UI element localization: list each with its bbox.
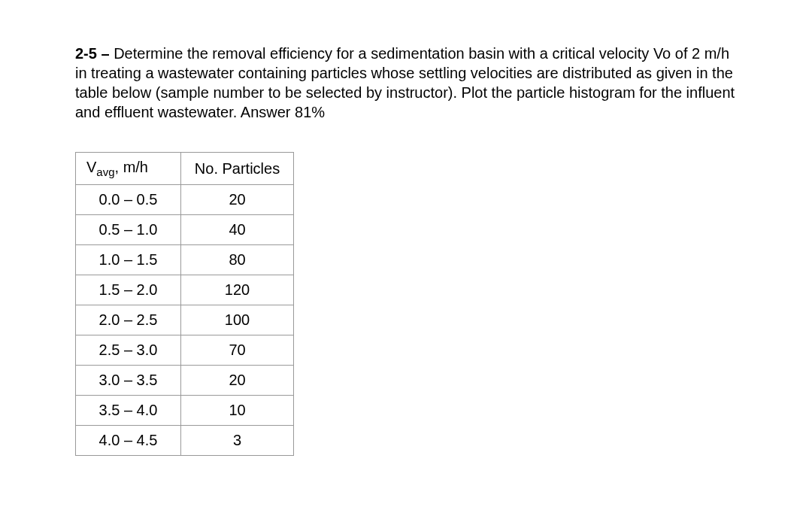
cell-range: 0.0 – 0.5 xyxy=(76,185,181,215)
cell-count: 100 xyxy=(181,305,294,335)
problem-number: 2-5 – xyxy=(75,45,110,62)
problem-body: Determine the removal efficiency for a s… xyxy=(75,45,735,120)
table-row: 1.5 – 2.0120 xyxy=(76,275,294,305)
cell-count: 20 xyxy=(181,366,294,396)
cell-count: 3 xyxy=(181,426,294,456)
cell-range: 1.0 – 1.5 xyxy=(76,245,181,275)
table-row: 2.5 – 3.070 xyxy=(76,335,294,366)
cell-range: 4.0 – 4.5 xyxy=(76,426,181,456)
cell-range: 3.5 – 4.0 xyxy=(76,396,181,426)
table-body: 0.0 – 0.5200.5 – 1.0401.0 – 1.5801.5 – 2… xyxy=(76,185,294,456)
cell-count: 20 xyxy=(181,185,294,215)
header-particles: No. Particles xyxy=(181,153,294,185)
cell-range: 2.5 – 3.0 xyxy=(76,335,181,366)
table-row: 0.0 – 0.520 xyxy=(76,185,294,215)
cell-range: 2.0 – 2.5 xyxy=(76,305,181,335)
data-table: Vavg, m/h No. Particles 0.0 – 0.5200.5 –… xyxy=(75,152,294,456)
table-row: 0.5 – 1.040 xyxy=(76,215,294,245)
table-row: 4.0 – 4.53 xyxy=(76,426,294,456)
cell-range: 3.0 – 3.5 xyxy=(76,366,181,396)
table-row: 1.0 – 1.580 xyxy=(76,245,294,275)
table-row: 3.0 – 3.520 xyxy=(76,366,294,396)
table-row: 3.5 – 4.010 xyxy=(76,396,294,426)
cell-count: 80 xyxy=(181,245,294,275)
problem-statement: 2-5 – Determine the removal efficiency f… xyxy=(75,44,737,122)
table-row: 2.0 – 2.5100 xyxy=(76,305,294,335)
cell-range: 1.5 – 2.0 xyxy=(76,275,181,305)
cell-count: 10 xyxy=(181,396,294,426)
cell-count: 120 xyxy=(181,275,294,305)
cell-count: 40 xyxy=(181,215,294,245)
cell-range: 0.5 – 1.0 xyxy=(76,215,181,245)
header-vavg: Vavg, m/h xyxy=(76,153,181,185)
cell-count: 70 xyxy=(181,335,294,366)
